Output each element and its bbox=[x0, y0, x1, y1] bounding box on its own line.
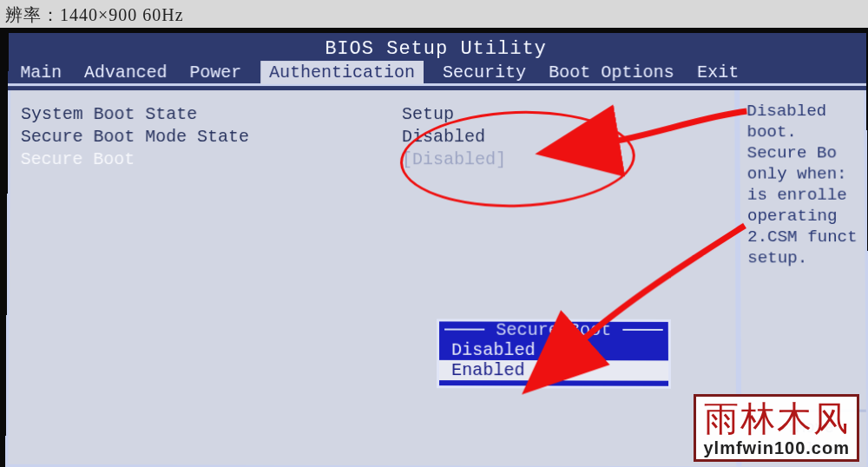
watermark-cn: 雨林木风 bbox=[703, 400, 850, 438]
watermark-en: ylmfwin100.com bbox=[703, 438, 850, 457]
setting-row-system-boot-state[interactable]: System Boot StateSetup bbox=[21, 102, 717, 125]
watermark: 雨林木风 ylmfwin100.com bbox=[694, 394, 859, 462]
setting-label: System Boot State bbox=[21, 104, 402, 124]
secure-boot-value: [Disabled] bbox=[402, 149, 506, 169]
setting-value: Disabled bbox=[402, 127, 485, 147]
popup-option-disabled[interactable]: Disabled bbox=[439, 340, 668, 361]
help-text: Disabled boot. Secure Bo only when: is e… bbox=[746, 101, 860, 405]
setting-label: Secure Boot bbox=[21, 149, 402, 169]
popup-title: Secure Boot bbox=[439, 319, 668, 340]
bios-tab-bar[interactable]: MainAdvancedPowerAuthenticationSecurityB… bbox=[8, 62, 866, 86]
popup-option-enabled[interactable]: Enabled bbox=[439, 360, 668, 381]
monitor-info-bar: 辨率：1440×900 60Hz bbox=[0, 0, 868, 28]
bios-main-panel: System Boot StateSetupSecure Boot Mode S… bbox=[5, 90, 739, 467]
setting-value: Setup bbox=[402, 104, 454, 124]
tab-authentication[interactable]: Authentication bbox=[260, 61, 424, 84]
secure-boot-popup[interactable]: Secure Boot DisabledEnabled bbox=[437, 319, 671, 388]
tab-advanced[interactable]: Advanced bbox=[81, 61, 171, 84]
setting-row-secure-boot[interactable]: Secure Boot[Disabled] bbox=[21, 148, 718, 170]
setting-row-secure-boot-mode-state[interactable]: Secure Boot Mode StateDisabled bbox=[21, 125, 718, 148]
tab-main[interactable]: Main bbox=[16, 61, 65, 84]
setting-label: Secure Boot Mode State bbox=[21, 127, 402, 147]
tab-boot-options[interactable]: Boot Options bbox=[545, 61, 678, 84]
tab-security[interactable]: Security bbox=[439, 61, 529, 84]
bios-title: BIOS Setup Utility bbox=[9, 33, 866, 62]
tab-exit[interactable]: Exit bbox=[694, 61, 742, 84]
tab-power[interactable]: Power bbox=[186, 61, 245, 84]
